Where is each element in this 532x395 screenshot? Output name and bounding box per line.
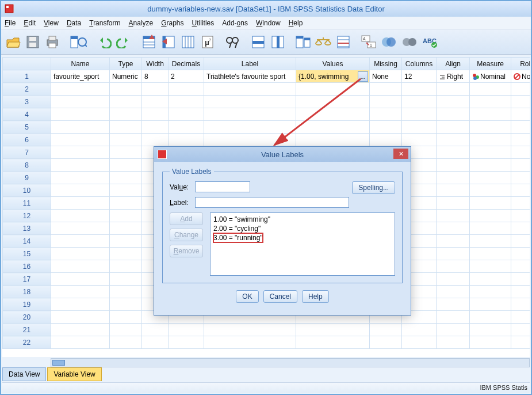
menu-window[interactable]: Window — [256, 19, 281, 27]
empty-cell[interactable] — [370, 83, 402, 96]
empty-cell[interactable] — [142, 96, 169, 108]
empty-cell[interactable] — [402, 83, 437, 96]
row-number[interactable]: 20 — [3, 311, 51, 324]
menu-transform[interactable]: Transform — [89, 19, 120, 27]
empty-cell[interactable] — [370, 108, 402, 121]
empty-cell[interactable] — [470, 260, 511, 273]
weight-cases-icon[interactable] — [314, 32, 332, 52]
empty-cell[interactable] — [110, 172, 142, 184]
empty-cell[interactable] — [51, 260, 110, 273]
scroll-thumb[interactable] — [52, 360, 65, 366]
goto-case-icon[interactable] — [140, 32, 158, 52]
tab-data-view[interactable]: Data View — [2, 367, 46, 381]
empty-cell[interactable] — [511, 273, 530, 286]
empty-cell[interactable] — [169, 121, 204, 134]
empty-cell[interactable] — [470, 210, 511, 222]
empty-cell[interactable] — [204, 121, 296, 134]
empty-cell[interactable] — [110, 134, 142, 146]
menu-data[interactable]: Data — [67, 19, 81, 27]
empty-cell[interactable] — [470, 286, 511, 298]
empty-cell[interactable] — [470, 324, 511, 336]
empty-cell[interactable] — [110, 286, 142, 298]
empty-cell[interactable] — [470, 336, 511, 349]
empty-cell[interactable] — [470, 273, 511, 286]
empty-cell[interactable] — [204, 83, 296, 96]
empty-cell[interactable] — [142, 134, 169, 146]
menu-file[interactable]: File — [5, 19, 16, 27]
values-ellipsis-button[interactable]: ... — [358, 71, 368, 82]
empty-cell[interactable] — [51, 121, 110, 134]
cell-name[interactable]: favourite_sport — [51, 70, 110, 83]
empty-cell[interactable] — [437, 96, 470, 108]
row-number[interactable]: 9 — [3, 172, 51, 184]
empty-cell[interactable] — [51, 324, 110, 336]
row-number[interactable]: 21 — [3, 324, 51, 336]
empty-cell[interactable] — [470, 146, 511, 159]
select-cases-icon[interactable] — [335, 32, 352, 52]
empty-cell[interactable] — [142, 108, 169, 121]
spelling-button[interactable]: Spelling... — [352, 181, 395, 194]
empty-cell[interactable] — [437, 159, 470, 172]
cell-columns[interactable]: 12 — [402, 70, 437, 83]
empty-cell[interactable] — [110, 159, 142, 172]
value-labels-item[interactable]: 2.00 = "cycling" — [213, 224, 392, 233]
col-decimals[interactable]: Decimals — [169, 58, 204, 70]
col-columns[interactable]: Columns — [402, 58, 437, 70]
value-labels-listbox[interactable]: 1.00 = "swimming"2.00 = "cycling"3.00 = … — [210, 212, 395, 276]
empty-cell[interactable] — [511, 197, 530, 210]
empty-cell[interactable] — [511, 324, 530, 336]
open-icon[interactable] — [5, 32, 22, 52]
row-number[interactable]: 4 — [3, 108, 51, 121]
change-button[interactable]: Change — [170, 229, 203, 241]
col-label[interactable]: Label — [204, 58, 296, 70]
empty-cell[interactable] — [110, 235, 142, 248]
use-sets-icon[interactable] — [380, 32, 398, 52]
empty-cell[interactable] — [511, 96, 530, 108]
empty-cell[interactable] — [437, 248, 470, 260]
empty-cell[interactable] — [204, 96, 296, 108]
empty-cell[interactable] — [437, 83, 470, 96]
row-number[interactable]: 16 — [3, 260, 51, 273]
menu-help[interactable]: Help — [289, 19, 303, 27]
empty-cell[interactable] — [511, 222, 530, 235]
row-number[interactable]: 15 — [3, 248, 51, 260]
empty-cell[interactable] — [110, 197, 142, 210]
empty-cell[interactable] — [470, 311, 511, 324]
split-file-icon[interactable] — [294, 32, 312, 52]
empty-cell[interactable] — [511, 172, 530, 184]
empty-cell[interactable] — [51, 134, 110, 146]
empty-cell[interactable] — [296, 108, 370, 121]
empty-cell[interactable] — [402, 108, 437, 121]
customize-icon[interactable] — [400, 32, 419, 52]
spellcheck-icon[interactable]: ABC — [421, 32, 439, 52]
empty-cell[interactable] — [511, 286, 530, 298]
print-icon[interactable] — [44, 32, 61, 52]
menu-utilities[interactable]: Utilities — [192, 19, 215, 27]
empty-cell[interactable] — [169, 83, 204, 96]
cell-decimals[interactable]: 2 — [169, 70, 204, 83]
undo-icon[interactable] — [95, 32, 113, 52]
empty-cell[interactable] — [169, 108, 204, 121]
empty-cell[interactable] — [437, 298, 470, 311]
empty-cell[interactable] — [470, 172, 511, 184]
empty-cell[interactable] — [511, 298, 530, 311]
empty-cell[interactable] — [437, 260, 470, 273]
empty-cell[interactable] — [470, 184, 511, 197]
col-missing[interactable]: Missing — [370, 58, 402, 70]
empty-cell[interactable] — [110, 222, 142, 235]
value-labels-icon[interactable]: A1 — [360, 32, 377, 52]
cell-type[interactable]: Numeric — [110, 70, 142, 83]
empty-cell[interactable] — [110, 210, 142, 222]
empty-cell[interactable] — [511, 159, 530, 172]
empty-cell[interactable] — [470, 83, 511, 96]
empty-cell[interactable] — [470, 108, 511, 121]
empty-cell[interactable] — [142, 121, 169, 134]
row-number[interactable]: 10 — [3, 184, 51, 197]
col-role[interactable]: Role — [511, 58, 530, 70]
empty-cell[interactable] — [437, 121, 470, 134]
menu-graphs[interactable]: Graphs — [161, 19, 183, 27]
empty-cell[interactable] — [437, 324, 470, 336]
col-values[interactable]: Values — [296, 58, 370, 70]
empty-cell[interactable] — [51, 184, 110, 197]
empty-cell[interactable] — [169, 324, 204, 336]
